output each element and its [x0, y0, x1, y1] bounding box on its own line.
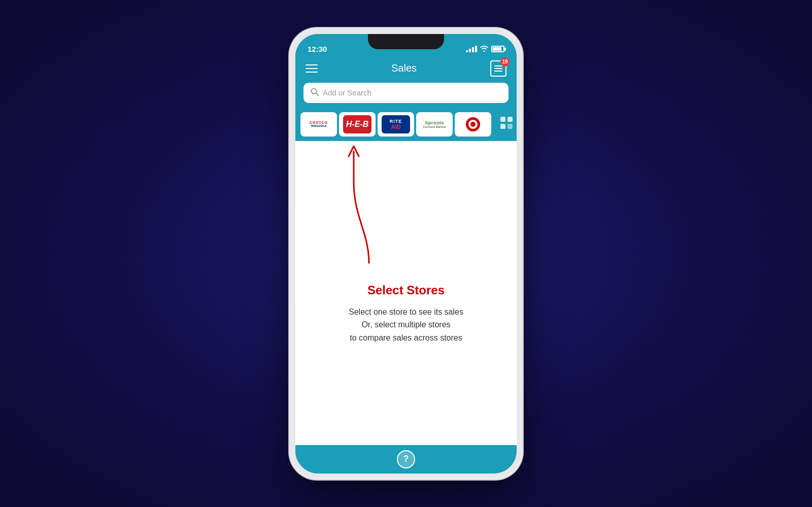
select-stores-heading: Select Stores: [367, 283, 445, 297]
arrow-container: [326, 141, 387, 273]
description-line-1: Select one store to see its sales: [349, 308, 463, 316]
hamburger-line-1: [306, 64, 318, 65]
target-bullseye: [466, 117, 480, 131]
list-lines: [494, 65, 502, 72]
wifi-icon: [480, 45, 488, 53]
notification-button[interactable]: 19: [490, 60, 506, 77]
app-header: Sales 19: [295, 56, 517, 83]
store-logo-riteaid[interactable]: RITE AID: [378, 112, 414, 137]
svg-rect-3: [507, 117, 513, 122]
heb-label: H-E-B: [343, 115, 371, 133]
store-logo-sprouts[interactable]: Sprouts Farmers Market: [416, 112, 453, 137]
svg-rect-2: [500, 117, 505, 122]
costco-label: COSTCO WHOLESALE: [310, 121, 328, 128]
phone-wrapper: 12:30: [289, 28, 523, 480]
arrow-svg: [326, 141, 387, 273]
notification-badge: 19: [500, 57, 510, 66]
description-line-2: Or, select multiple stores: [361, 320, 450, 329]
store-logos-bar: COSTCO WHOLESALE H-E-B RITE AID: [295, 108, 517, 141]
svg-line-1: [316, 93, 319, 95]
status-time: 12:30: [308, 45, 327, 53]
riteaid-aid: AID: [391, 124, 401, 130]
help-button[interactable]: ?: [397, 450, 415, 468]
signal-bar-2: [469, 49, 471, 52]
store-logo-heb[interactable]: H-E-B: [339, 112, 376, 137]
search-bar[interactable]: Add or Search: [303, 83, 509, 103]
select-stores-description: Select one store to see its sales Or, se…: [349, 306, 463, 345]
svg-rect-4: [500, 124, 505, 129]
phone-device: 12:30: [289, 28, 523, 480]
target-label: [466, 117, 480, 131]
page-title: Sales: [391, 62, 417, 74]
svg-rect-5: [507, 124, 513, 129]
description-line-3: to compare sales across stores: [350, 333, 462, 342]
store-logo-target[interactable]: [455, 112, 491, 137]
battery-icon: [491, 46, 504, 52]
phone-screen: 12:30: [295, 34, 517, 474]
main-content: Select Stores Select one store to see it…: [295, 141, 517, 445]
hamburger-button[interactable]: [306, 64, 318, 73]
hamburger-line-2: [306, 68, 318, 69]
hamburger-line-3: [306, 72, 318, 73]
phone-notch: [368, 34, 444, 49]
riteaid-label: RITE AID: [382, 115, 410, 133]
search-placeholder: Add or Search: [323, 88, 371, 97]
multi-store-icon: [499, 116, 514, 133]
search-bar-container: Add or Search: [295, 83, 517, 108]
signal-bar-1: [466, 50, 468, 52]
sprouts-label: Sprouts Farmers Market: [423, 120, 446, 128]
status-icons: [466, 45, 504, 53]
signal-icon: [466, 46, 477, 52]
store-logo-costco[interactable]: COSTCO WHOLESALE: [300, 112, 337, 137]
signal-bar-3: [472, 47, 474, 52]
multi-store-button[interactable]: [493, 112, 517, 137]
bottom-bar: ?: [295, 445, 517, 474]
signal-bar-4: [475, 46, 477, 52]
riteaid-rite: RITE: [390, 119, 402, 124]
battery-fill: [493, 47, 501, 51]
search-icon: [311, 88, 319, 98]
